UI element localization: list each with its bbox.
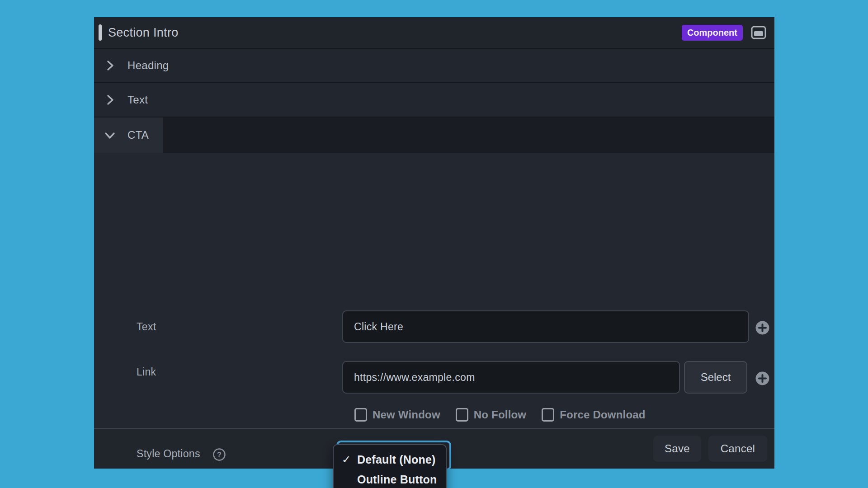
checkbox-label: Force Download bbox=[560, 408, 645, 421]
dialog-title: Section Intro bbox=[108, 26, 682, 40]
dropdown-option-outline[interactable]: Outline Button bbox=[334, 469, 446, 488]
title-accent-bar bbox=[99, 24, 102, 41]
chevron-right-icon bbox=[104, 94, 116, 106]
section-label-heading: Heading bbox=[127, 59, 169, 72]
save-button[interactable]: Save bbox=[653, 436, 701, 462]
dropdown-option-label: Default (None) bbox=[357, 453, 436, 466]
style-options-dropdown: ✓ Default (None) Outline Button Arrow Bu… bbox=[333, 444, 447, 488]
cta-content-panel: Text Click Here Link https://www.example… bbox=[94, 153, 774, 428]
section-row-text[interactable]: Text bbox=[94, 83, 774, 117]
component-editor-dialog: Section Intro Component Heading Text bbox=[94, 17, 774, 469]
checkbox-icon[interactable] bbox=[542, 408, 554, 422]
section-label-text: Text bbox=[127, 94, 148, 106]
checkbox-force-download[interactable]: Force Download bbox=[542, 408, 645, 422]
add-text-icon[interactable] bbox=[755, 320, 770, 337]
checkbox-label: New Window bbox=[373, 408, 440, 421]
text-input[interactable]: Click Here bbox=[342, 310, 749, 343]
cancel-button[interactable]: Cancel bbox=[708, 436, 767, 462]
checkbox-icon[interactable] bbox=[354, 408, 367, 422]
help-icon[interactable]: ? bbox=[212, 448, 226, 463]
text-field-label: Text bbox=[137, 321, 156, 333]
select-link-button[interactable]: Select bbox=[684, 361, 747, 394]
link-options-row: New Window No Follow Force Download bbox=[354, 408, 646, 422]
window-icon[interactable] bbox=[751, 26, 766, 39]
dropdown-option-label: Outline Button bbox=[357, 473, 437, 486]
dropdown-option-default[interactable]: ✓ Default (None) bbox=[334, 450, 446, 469]
dialog-header: Section Intro Component bbox=[94, 17, 774, 49]
add-link-icon[interactable] bbox=[755, 371, 770, 388]
cta-tab[interactable]: CTA bbox=[94, 117, 163, 153]
checkmark-icon: ✓ bbox=[342, 453, 357, 466]
section-row-cta: CTA bbox=[94, 117, 774, 153]
link-field-label: Link bbox=[137, 366, 156, 378]
component-badge: Component bbox=[682, 25, 743, 41]
chevron-down-icon bbox=[104, 129, 116, 141]
section-row-heading[interactable]: Heading bbox=[94, 49, 774, 83]
checkbox-no-follow[interactable]: No Follow bbox=[456, 408, 526, 422]
checkbox-label: No Follow bbox=[474, 408, 526, 421]
checkbox-new-window[interactable]: New Window bbox=[354, 408, 440, 422]
section-label-cta: CTA bbox=[127, 129, 149, 141]
svg-text:?: ? bbox=[217, 451, 222, 459]
checkbox-icon[interactable] bbox=[456, 408, 468, 422]
link-input[interactable]: https://www.example.com bbox=[342, 361, 680, 394]
chevron-right-icon bbox=[104, 60, 116, 71]
style-options-label: Style Options bbox=[137, 448, 200, 460]
